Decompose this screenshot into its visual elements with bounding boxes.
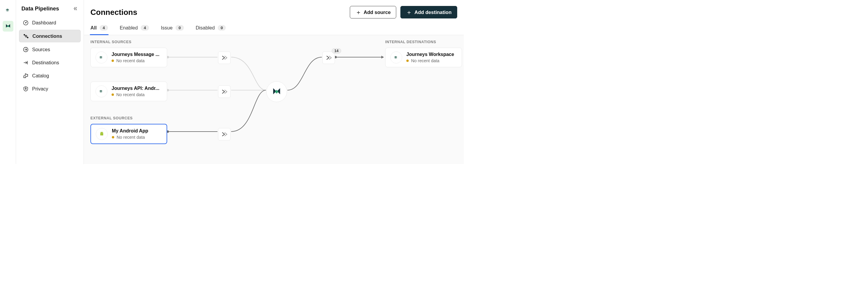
card-title: Journeys API: Andr... [112, 86, 159, 91]
rail-app-switcher-icon[interactable] [3, 5, 13, 16]
status-dot-icon [406, 60, 409, 62]
tabs: All 4 Enabled 4 Issue 0 Disabled 0 [84, 25, 464, 35]
card-status: No recent data [117, 135, 145, 140]
tab-count-badge: 4 [100, 25, 108, 31]
tab-count-badge: 0 [218, 25, 226, 31]
filter-node[interactable] [218, 52, 230, 64]
status-dot-icon [112, 60, 114, 62]
collapse-sidebar-icon[interactable] [72, 6, 78, 11]
sidebar-nav: Dashboard Connections Sources Destinatio… [19, 17, 81, 95]
status-dot-icon [112, 93, 114, 96]
svg-point-0 [7, 25, 9, 27]
page-title: Connections [90, 8, 137, 17]
sidebar-item-label: Privacy [32, 86, 48, 92]
card-title: My Android App [112, 128, 148, 134]
add-destination-button[interactable]: ＋ Add destination [400, 6, 457, 19]
tab-count-badge: 0 [176, 25, 184, 31]
source-icon [95, 85, 107, 97]
sidebar-item-privacy[interactable]: Privacy [19, 83, 81, 95]
add-source-button[interactable]: ＋ Add source [350, 6, 397, 19]
tab-count-badge: 4 [141, 25, 149, 31]
dashboard-icon [23, 20, 29, 26]
source-card-android-app[interactable]: My Android App No recent data [90, 124, 167, 144]
sidebar-item-label: Sources [32, 47, 50, 52]
svg-point-13 [101, 133, 101, 133]
destination-icon [390, 52, 402, 63]
card-title: Journeys Workspace [406, 52, 454, 57]
filter-count-badge: 14 [332, 48, 341, 54]
card-title: Journeys Message ... [112, 52, 159, 57]
sidebar-item-connections[interactable]: Connections [19, 30, 81, 42]
icon-rail [0, 0, 16, 164]
sidebar-item-label: Destinations [32, 60, 59, 65]
source-icon [95, 52, 107, 63]
svg-point-14 [102, 133, 103, 133]
privacy-icon [23, 86, 29, 92]
button-label: Add destination [414, 9, 452, 15]
sidebar-item-destinations[interactable]: Destinations [19, 57, 81, 68]
card-status: No recent data [116, 92, 145, 97]
filter-node[interactable] [218, 128, 230, 141]
internal-sources-label: INTERNAL SOURCES [90, 40, 131, 44]
connections-icon [23, 33, 29, 39]
plus-icon: ＋ [355, 9, 362, 15]
plus-icon: ＋ [406, 9, 412, 15]
destinations-icon [23, 60, 29, 65]
rail-pipelines-icon[interactable] [3, 21, 13, 32]
sidebar: Data Pipelines Dashboard Connections [16, 0, 84, 164]
tab-label: Disabled [196, 25, 215, 31]
header-actions: ＋ Add source ＋ Add destination [350, 6, 457, 19]
tab-enabled[interactable]: Enabled 4 [120, 25, 149, 35]
svg-marker-12 [381, 56, 384, 59]
sidebar-item-label: Catalog [32, 73, 49, 79]
tab-label: All [90, 25, 97, 31]
tab-issue[interactable]: Issue 0 [161, 25, 184, 35]
source-card-journeys-message[interactable]: Journeys Message ... No recent data [90, 48, 167, 67]
android-icon [96, 128, 108, 140]
button-label: Add source [364, 9, 391, 15]
hub-node[interactable] [266, 81, 287, 102]
sidebar-item-label: Dashboard [32, 20, 56, 26]
svg-rect-7 [25, 88, 26, 89]
tab-disabled[interactable]: Disabled 0 [196, 25, 226, 35]
external-sources-label: EXTERNAL SOURCES [90, 116, 133, 120]
tab-label: Enabled [120, 25, 138, 31]
main: Connections ＋ Add source ＋ Add destinati… [84, 0, 464, 164]
card-status: No recent data [411, 58, 439, 63]
tab-label: Issue [161, 25, 173, 31]
connections-canvas[interactable]: INTERNAL SOURCES EXTERNAL SOURCES INTERN… [84, 35, 464, 164]
status-dot-icon [112, 136, 114, 139]
source-card-journeys-api[interactable]: Journeys API: Andr... No recent data [90, 82, 167, 101]
destination-card-journeys-workspace[interactable]: Journeys Workspace No recent data [385, 48, 462, 67]
sidebar-item-label: Connections [32, 33, 62, 39]
sidebar-item-dashboard[interactable]: Dashboard [19, 17, 81, 29]
svg-point-2 [25, 22, 26, 23]
catalog-icon [23, 73, 29, 79]
internal-destinations-label: INTERNAL DESTINATIONS [385, 40, 436, 44]
tab-all[interactable]: All 4 [90, 25, 108, 35]
sidebar-title: Data Pipelines [22, 5, 59, 12]
sidebar-item-sources[interactable]: Sources [19, 43, 81, 55]
sources-icon [23, 47, 29, 52]
card-status: No recent data [116, 58, 145, 63]
page-header: Connections ＋ Add source ＋ Add destinati… [84, 0, 464, 19]
sidebar-item-catalog[interactable]: Catalog [19, 70, 81, 82]
filter-node[interactable] [218, 85, 230, 98]
